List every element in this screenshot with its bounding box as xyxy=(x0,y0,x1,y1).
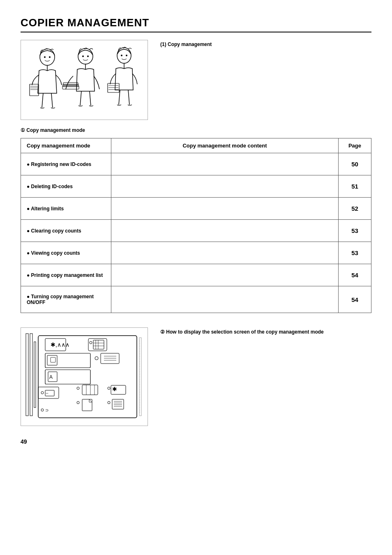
svg-rect-16 xyxy=(63,83,78,85)
table-cell-content xyxy=(111,264,339,286)
svg-text:✱,∧∧∧: ✱,∧∧∧ xyxy=(51,341,69,348)
svg-point-66 xyxy=(108,387,110,389)
svg-rect-31 xyxy=(34,342,36,408)
table-cell-page: 54 xyxy=(339,264,371,286)
svg-point-11 xyxy=(82,55,84,57)
svg-rect-30 xyxy=(30,334,32,416)
table-cell-page: 50 xyxy=(339,153,371,175)
svg-rect-70 xyxy=(82,399,92,411)
svg-point-20 xyxy=(121,55,122,56)
svg-point-21 xyxy=(126,55,127,56)
table-cell-mode: Turning copy management ON/OFF xyxy=(21,286,111,313)
svg-point-0 xyxy=(40,49,55,65)
svg-point-50 xyxy=(95,357,98,360)
people-illustration xyxy=(25,44,144,116)
page-number: 49 xyxy=(21,438,371,445)
svg-line-28 xyxy=(128,90,129,105)
svg-rect-62 xyxy=(82,385,98,395)
table-cell-content xyxy=(111,220,339,242)
svg-text:A: A xyxy=(49,374,53,380)
table-cell-mode: Registering new ID-codes xyxy=(21,153,111,175)
table-cell-page: 54 xyxy=(339,286,371,313)
top-section: (1) Copy management xyxy=(21,40,371,120)
svg-rect-39 xyxy=(93,340,104,349)
svg-point-59 xyxy=(41,409,44,411)
table-cell-page: 53 xyxy=(339,242,371,264)
svg-text:✱: ✱ xyxy=(112,386,117,392)
svg-point-19 xyxy=(117,48,131,63)
table-cell-content xyxy=(111,286,339,313)
top-right-label: (1) Copy management xyxy=(160,40,371,120)
copier-panel-illustration: ✱,∧∧∧ A xyxy=(21,327,148,426)
svg-point-1 xyxy=(44,56,46,58)
table-row: Deleting ID-codes 51 xyxy=(21,175,371,198)
svg-point-2 xyxy=(49,56,51,58)
svg-line-18 xyxy=(90,91,91,106)
svg-line-9 xyxy=(51,93,53,108)
svg-rect-23 xyxy=(108,83,119,92)
table-cell-page: 52 xyxy=(339,198,371,220)
svg-text:⊃: ⊃ xyxy=(45,408,48,412)
page-title: COPIER MANAGEMENT xyxy=(21,16,371,29)
table-row: Altering limits 52 xyxy=(21,198,371,220)
table-cell-page: 53 xyxy=(339,220,371,242)
svg-rect-15 xyxy=(63,84,78,87)
svg-text:↔: ↔ xyxy=(45,391,49,395)
svg-point-56 xyxy=(41,391,44,394)
table-row: Printing copy management list 54 xyxy=(21,264,371,286)
table-cell-content xyxy=(111,153,339,175)
svg-point-69 xyxy=(77,401,79,404)
svg-line-17 xyxy=(80,91,81,106)
table-cell-page: 51 xyxy=(339,175,371,198)
svg-point-71 xyxy=(108,401,110,404)
table-cell-mode: Viewing copy counts xyxy=(21,242,111,264)
subsection2-label: ② How to display the selection screen of… xyxy=(160,329,371,335)
table-row: Clearing copy counts 53 xyxy=(21,220,371,242)
table-header-page: Page xyxy=(339,138,371,153)
bottom-right-label: ② How to display the selection screen of… xyxy=(160,327,371,426)
section1-label: (1) Copy management xyxy=(160,41,371,47)
table-cell-content xyxy=(111,175,339,198)
table-header-mode: Copy management mode xyxy=(21,138,111,153)
illustration-box xyxy=(21,40,148,120)
table-row: Registering new ID-codes 50 xyxy=(21,153,371,175)
svg-point-12 xyxy=(87,55,89,57)
table-cell-content xyxy=(111,242,339,264)
copier-panel-svg: ✱,∧∧∧ A xyxy=(23,329,146,424)
subsection1-label: ① Copy management mode xyxy=(21,127,371,133)
bottom-section: ✱,∧∧∧ A xyxy=(21,327,371,426)
management-table: Copy management mode Copy management mod… xyxy=(21,138,371,313)
svg-rect-51 xyxy=(101,353,119,364)
svg-point-61 xyxy=(77,387,79,389)
table-cell-mode: Deleting ID-codes xyxy=(21,175,111,198)
table-header-content: Copy management mode content xyxy=(111,138,339,153)
svg-rect-29 xyxy=(26,334,28,416)
title-divider xyxy=(21,32,371,32)
table-cell-mode: Clearing copy counts xyxy=(21,220,111,242)
svg-rect-72 xyxy=(112,399,124,409)
svg-rect-46 xyxy=(51,357,55,362)
table-cell-content xyxy=(111,198,339,220)
svg-line-8 xyxy=(42,93,43,108)
table-cell-mode: Printing copy management list xyxy=(21,264,111,286)
svg-rect-4 xyxy=(30,84,39,96)
table-cell-mode: Altering limits xyxy=(21,198,111,220)
table-row: Viewing copy counts 53 xyxy=(21,242,371,264)
svg-rect-32 xyxy=(38,336,137,418)
svg-point-38 xyxy=(90,341,92,344)
table-row: Turning copy management ON/OFF 54 xyxy=(21,286,371,313)
svg-point-10 xyxy=(78,48,93,64)
